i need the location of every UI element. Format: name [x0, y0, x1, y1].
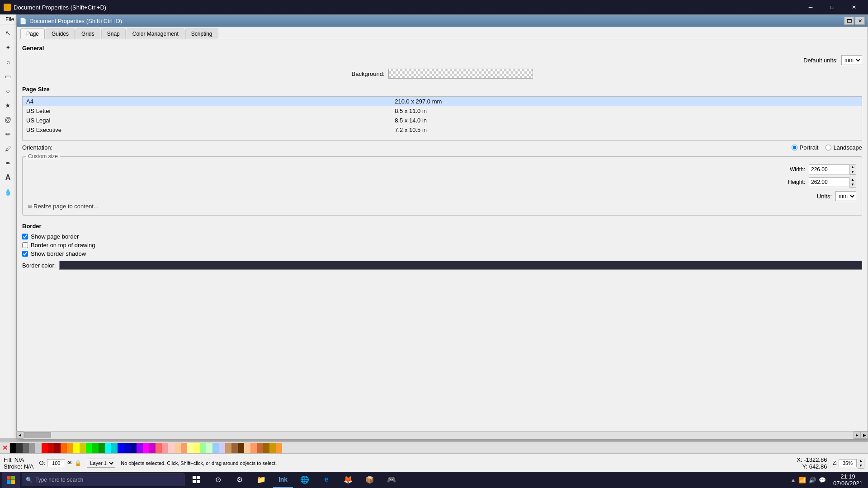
table-row[interactable]: A4 210.0 x 297.0 mm — [23, 97, 862, 106]
palette-color[interactable] — [193, 443, 200, 453]
palette-color[interactable] — [181, 443, 187, 453]
height-input[interactable] — [809, 177, 849, 187]
palette-color[interactable] — [257, 443, 263, 453]
show-shadow-checkbox[interactable] — [22, 251, 28, 257]
palette-color[interactable] — [54, 443, 61, 453]
palette-color[interactable] — [231, 443, 238, 453]
tab-guides[interactable]: Guides — [46, 28, 75, 39]
tool-pencil[interactable]: ✏ — [1, 127, 15, 141]
zoom-input[interactable] — [839, 459, 857, 467]
taskbar-app2[interactable]: 🎮 — [382, 472, 401, 488]
palette-color[interactable] — [130, 443, 137, 453]
tool-calligraph[interactable]: ✒ — [1, 156, 15, 170]
palette-color[interactable] — [162, 443, 168, 453]
portrait-radio[interactable] — [792, 145, 797, 150]
palette-color[interactable] — [16, 443, 23, 453]
width-input[interactable] — [809, 164, 849, 174]
tool-pen[interactable]: 🖊 — [1, 142, 15, 155]
layer-select[interactable]: Layer 1 — [87, 459, 115, 468]
tool-rect[interactable]: ▭ — [1, 70, 15, 83]
landscape-radio[interactable] — [826, 145, 831, 150]
tab-scripting[interactable]: Scripting — [185, 28, 218, 39]
tool-ellipse[interactable]: ○ — [1, 84, 15, 98]
taskbar-explorer[interactable]: 📁 — [251, 472, 271, 488]
palette-color[interactable] — [143, 443, 149, 453]
tool-node[interactable]: ✦ — [1, 41, 15, 54]
tab-page[interactable]: Page — [20, 28, 45, 39]
palette-color[interactable] — [225, 443, 231, 453]
palette-color[interactable] — [61, 443, 67, 453]
table-row[interactable]: US Executive 7.2 x 10.5 in — [23, 125, 862, 135]
palette-color[interactable] — [92, 443, 99, 453]
resize-page-button[interactable]: ⊞ Resize page to content... — [28, 201, 856, 211]
palette-color[interactable] — [137, 443, 143, 453]
palette-color[interactable] — [80, 443, 86, 453]
taskbar-search[interactable]: 🔍 Type here to search — [22, 474, 184, 486]
tab-color-management[interactable]: Color Management — [127, 28, 184, 39]
width-spin-up[interactable]: ▲ — [849, 164, 856, 169]
palette-color[interactable] — [238, 443, 244, 453]
show-shadow-row[interactable]: Show border shadow — [22, 250, 862, 257]
height-spin-down[interactable]: ▼ — [849, 182, 856, 187]
palette-color[interactable] — [118, 443, 124, 453]
maximize-button[interactable]: □ — [822, 0, 843, 14]
palette-color[interactable] — [105, 443, 111, 453]
close-button[interactable]: ✕ — [844, 0, 864, 14]
palette-color[interactable] — [42, 443, 48, 453]
tab-snap[interactable]: Snap — [101, 28, 126, 39]
tool-star[interactable]: ★ — [1, 99, 15, 112]
palette-color[interactable] — [212, 443, 219, 453]
show-border-checkbox[interactable] — [22, 234, 28, 239]
palette-color[interactable] — [149, 443, 156, 453]
tool-zoom[interactable]: ⌕ — [1, 55, 15, 69]
border-on-top-checkbox[interactable] — [22, 242, 28, 248]
palette-color[interactable] — [168, 443, 175, 453]
taskbar-firefox[interactable]: 🦊 — [338, 472, 358, 488]
h-scroll-end-button[interactable]: ▶ — [861, 432, 868, 439]
background-swatch[interactable] — [388, 69, 533, 79]
palette-color[interactable] — [276, 443, 282, 453]
table-row[interactable]: US Legal 8.5 x 14.0 in — [23, 116, 862, 125]
menu-file[interactable]: File — [2, 15, 18, 23]
palette-color[interactable] — [156, 443, 162, 453]
h-scroll-track[interactable] — [24, 432, 854, 439]
taskbar-settings[interactable]: ⚙ — [230, 472, 250, 488]
tool-select[interactable]: ↖ — [1, 26, 15, 40]
tool-text[interactable]: A — [1, 171, 15, 184]
palette-color[interactable] — [250, 443, 257, 453]
palette-color[interactable] — [175, 443, 181, 453]
no-color-button[interactable]: ✕ — [0, 443, 10, 453]
palette-color[interactable] — [10, 443, 16, 453]
start-button[interactable] — [2, 472, 20, 488]
zoom-spin-down[interactable]: ▼ — [858, 463, 864, 468]
opacity-input[interactable] — [47, 459, 65, 467]
border-color-swatch[interactable] — [59, 261, 862, 270]
dialog-restore-button[interactable]: 🗖 — [844, 17, 854, 25]
palette-color[interactable] — [206, 443, 212, 453]
palette-color[interactable] — [99, 443, 105, 453]
palette-color[interactable] — [29, 443, 35, 453]
palette-color[interactable] — [124, 443, 130, 453]
taskbar-inkscape[interactable]: Ink — [273, 472, 293, 488]
custom-units-select[interactable]: mm in px — [835, 191, 856, 201]
tool-spray[interactable]: 💧 — [1, 185, 15, 199]
minimize-button[interactable]: ─ — [800, 0, 821, 14]
palette-color[interactable] — [111, 443, 118, 453]
palette-color[interactable] — [67, 443, 73, 453]
width-spin-down[interactable]: ▼ — [849, 169, 856, 174]
h-scroll-right-button[interactable]: ► — [854, 432, 861, 439]
tool-spiral[interactable]: @ — [1, 113, 15, 127]
notification-icon[interactable]: 💬 — [819, 477, 826, 483]
taskbar-chrome[interactable]: 🌐 — [295, 472, 315, 488]
height-spin-up[interactable]: ▲ — [849, 177, 856, 182]
palette-color[interactable] — [73, 443, 80, 453]
palette-color[interactable] — [263, 443, 269, 453]
table-row[interactable]: US Letter 8.5 x 11.0 in — [23, 106, 862, 116]
tab-grids[interactable]: Grids — [75, 28, 100, 39]
h-scroll-thumb[interactable] — [24, 432, 51, 438]
landscape-option[interactable]: Landscape — [826, 144, 862, 151]
time-display[interactable]: 21:19 07/06/2021 — [830, 473, 866, 487]
default-units-select[interactable]: mm in px pt — [841, 55, 862, 65]
palette-color[interactable] — [86, 443, 92, 453]
taskbar-edge[interactable]: e — [316, 472, 336, 488]
